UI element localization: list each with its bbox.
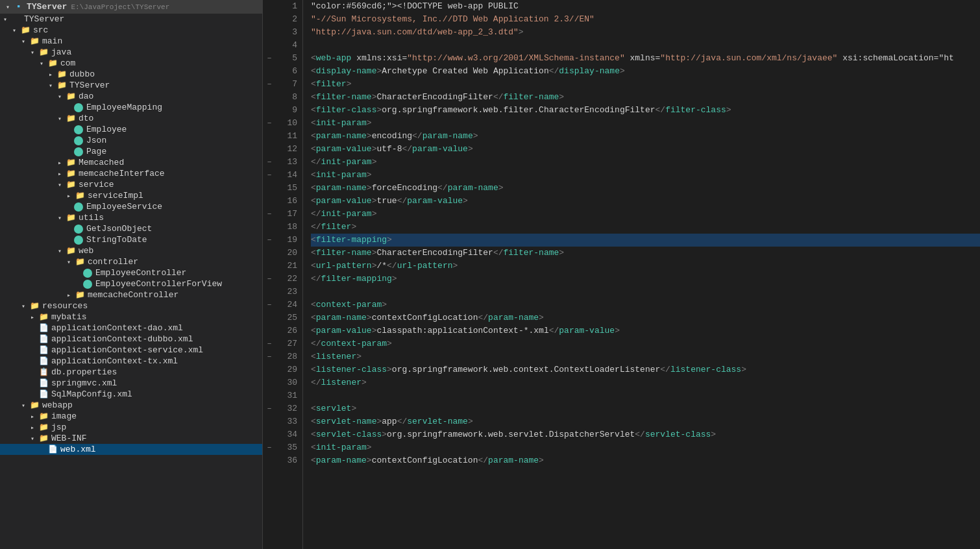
code-line-5[interactable]: <web-app xmlns:xsi="http://www.w3.org/20… [311, 52, 980, 65]
tree-item-memcacheController[interactable]: ▸📁memcacheController [0, 289, 262, 300]
fold-icon-27[interactable]: − [263, 337, 276, 350]
tree-item-applicationContext-service.xml[interactable]: 📄applicationContext-service.xml [0, 345, 262, 356]
code-line-27[interactable]: </context-param> [311, 337, 980, 350]
tree-item-resources[interactable]: ▾📁resources [0, 300, 262, 311]
tree-item-memcacheInterface[interactable]: ▸📁memcacheInterface [0, 168, 262, 179]
tree-item-Json[interactable]: Json [0, 135, 262, 146]
tree-item-dao[interactable]: ▾📁dao [0, 91, 262, 102]
code-line-6[interactable]: <display-name>Archetype Created Web Appl… [311, 65, 980, 78]
tree-item-com[interactable]: ▾📁com [0, 58, 262, 69]
tree-item-dubbo[interactable]: ▸📁dubbo [0, 69, 262, 80]
code-line-7[interactable]: <filter> [311, 78, 980, 91]
tree-item-Memcached[interactable]: ▸📁Memcached [0, 157, 262, 168]
tree-item-utils[interactable]: ▾📁utils [0, 212, 262, 223]
fold-icon-24[interactable]: − [263, 299, 276, 311]
fold-icon-17[interactable]: − [263, 208, 276, 221]
code-line-31[interactable] [311, 389, 980, 402]
code-line-36[interactable]: <param-name>contextConfigLocation</param… [311, 454, 980, 467]
code-line-22[interactable]: </filter-mapping> [311, 273, 980, 286]
tree-item-tyserver-root[interactable]: ▾TYServer [0, 14, 262, 25]
fold-icon-19[interactable]: − [263, 234, 276, 247]
tree-item-main[interactable]: ▾📁main [0, 36, 262, 47]
code-line-34[interactable]: <servlet-class>org.springframework.web.s… [311, 428, 980, 441]
tree-item-WEB-INF[interactable]: ▾📁WEB-INF [0, 433, 262, 444]
tree-item-image[interactable]: ▸📁image [0, 411, 262, 422]
tree-item-src[interactable]: ▾📁src [0, 25, 262, 36]
tree-item-EmployeeMapping[interactable]: EmployeeMapping [0, 102, 262, 113]
code-line-11[interactable]: <param-name>encoding</param-name> [311, 130, 980, 143]
folder-icon: 📁 [56, 69, 67, 79]
code-line-25[interactable]: <param-name>contextConfigLocation</param… [311, 311, 980, 324]
code-line-8[interactable]: <filter-name>CharacterEncodingFilter</fi… [311, 91, 980, 104]
tree-item-EmployeeService[interactable]: EmployeeService [0, 201, 262, 212]
code-line-14[interactable]: <init-param> [311, 169, 980, 182]
code-line-2[interactable]: "-//Sun Microsystems, Inc.//DTD Web Appl… [311, 13, 980, 26]
fold-icon-32[interactable]: − [263, 402, 276, 415]
code-line-16[interactable]: <param-value>true</param-value> [311, 195, 980, 208]
tree-item-applicationContext-dubbo.xml[interactable]: 📄applicationContext-dubbo.xml [0, 334, 262, 345]
code-line-21[interactable]: <url-pattern>/*</url-pattern> [311, 260, 980, 273]
code-line-35[interactable]: <init-param> [311, 441, 980, 454]
fold-icon-10[interactable]: − [263, 117, 276, 130]
tree-item-db.properties[interactable]: 📋db.properties [0, 367, 262, 378]
tree-label: memcacheInterface [79, 169, 165, 178]
fold-icon-35[interactable]: − [263, 441, 276, 454]
code-line-19[interactable]: <filter-mapping> [311, 234, 980, 247]
properties-icon: 📋 [38, 367, 49, 377]
code-line-23[interactable] [311, 286, 980, 299]
tree-item-Employee[interactable]: Employee [0, 124, 262, 135]
tree-item-mybatis[interactable]: ▸📁mybatis [0, 311, 262, 323]
tree-item-GetJsonObject[interactable]: GetJsonObject [0, 223, 262, 234]
tree-item-Page[interactable]: Page [0, 146, 262, 157]
tree-item-serviceImpl[interactable]: ▸📁serviceImpl [0, 190, 262, 201]
project-root[interactable]: ▾ ▪ TYServer E:\JavaProject\TYServer [0, 0, 262, 14]
tree-item-dto[interactable]: ▾📁dto [0, 113, 262, 124]
tree-item-EmployeeControllerForView[interactable]: EmployeeControllerForView [0, 278, 262, 289]
code-line-4[interactable] [311, 39, 980, 52]
tree-item-StringToDate[interactable]: StringToDate [0, 234, 262, 245]
tree-item-web.xml[interactable]: 📄web.xml [0, 444, 262, 455]
tree-label: com [60, 58, 75, 68]
fold-icon-7[interactable]: − [263, 78, 276, 91]
code-line-33[interactable]: <servlet-name>app</servlet-name> [311, 415, 980, 428]
tree-item-controller[interactable]: ▾📁controller [0, 256, 262, 267]
code-line-29[interactable]: <listener-class>org.springframework.web.… [311, 363, 980, 376]
code-line-28[interactable]: <listener> [311, 350, 980, 363]
code-line-1[interactable]: "color:#569cd6;"><!DOCTYPE web-app PUBLI… [311, 0, 980, 13]
code-line-20[interactable]: <filter-name>CharacterEncodingFilter</fi… [311, 247, 980, 260]
tree-item-java[interactable]: ▾📁java [0, 47, 262, 58]
tree-item-jsp[interactable]: ▸📁jsp [0, 422, 262, 433]
tree-label: db.properties [51, 367, 117, 377]
code-line-30[interactable]: </listener> [311, 376, 980, 389]
tree-item-SqlMapConfig.xml[interactable]: 📄SqlMapConfig.xml [0, 389, 262, 400]
fold-icon-13[interactable]: − [263, 156, 276, 169]
fold-icon-22[interactable]: − [263, 273, 276, 286]
code-line-15[interactable]: <param-name>forceEncoding</param-name> [311, 182, 980, 195]
tree-item-EmployeeController[interactable]: EmployeeController [0, 267, 262, 278]
fold-icon-5[interactable]: − [263, 52, 276, 65]
line-numbers: 1234567891011121314151617181920212223242… [276, 0, 303, 549]
tree-item-web[interactable]: ▾📁web [0, 245, 262, 256]
code-line-9[interactable]: <filter-class>org.springframework.web.fi… [311, 104, 980, 117]
code-line-12[interactable]: <param-value>utf-8</param-value> [311, 143, 980, 156]
tree-item-webapp[interactable]: ▾📁webapp [0, 400, 262, 411]
code-line-17[interactable]: </init-param> [311, 208, 980, 221]
code-content[interactable]: "color:#569cd6;"><!DOCTYPE web-app PUBLI… [303, 0, 980, 549]
code-line-10[interactable]: <init-param> [311, 117, 980, 130]
fold-icon-14[interactable]: − [263, 169, 276, 182]
tree-item-service[interactable]: ▾📁service [0, 179, 262, 190]
line-number-6: 6 [281, 65, 297, 78]
code-line-3[interactable]: "http://java.sun.com/dtd/web-app_2_3.dtd… [311, 26, 980, 39]
tree-item-applicationContext-tx.xml[interactable]: 📄applicationContext-tx.xml [0, 356, 262, 367]
code-line-18[interactable]: </filter> [311, 221, 980, 234]
code-line-26[interactable]: <param-value>classpath:applicationContex… [311, 324, 980, 337]
fold-icon-28[interactable]: − [263, 350, 276, 363]
green-circle-icon [74, 136, 83, 145]
tree-item-applicationContext-dao.xml[interactable]: 📄applicationContext-dao.xml [0, 323, 262, 334]
tree-item-springmvc.xml[interactable]: 📄springmvc.xml [0, 378, 262, 389]
code-line-32[interactable]: <servlet> [311, 402, 980, 415]
code-line-13[interactable]: </init-param> [311, 156, 980, 169]
tree-item-TYServer[interactable]: ▾📁TYServer [0, 80, 262, 91]
code-line-24[interactable]: <context-param> [311, 299, 980, 311]
folder-icon: 📁 [56, 80, 67, 90]
